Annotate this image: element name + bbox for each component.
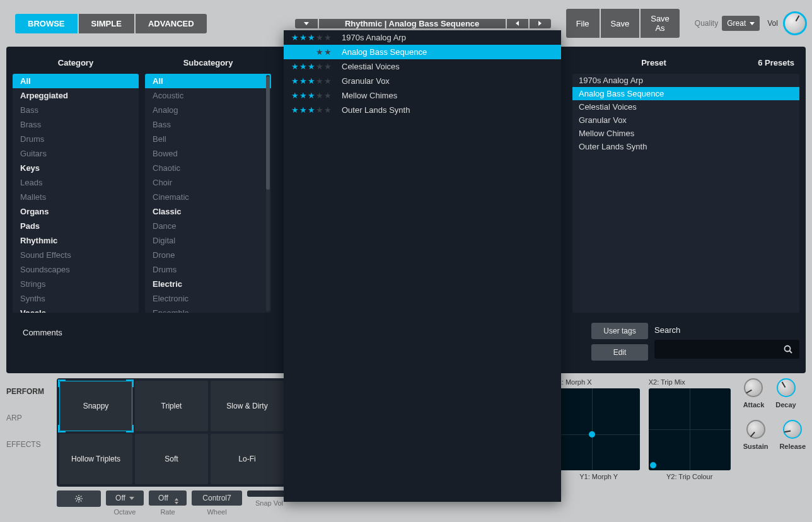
perform-pad[interactable]: Triplet bbox=[135, 381, 208, 431]
category-item[interactable]: Keys bbox=[13, 161, 139, 175]
category-item[interactable]: Leads bbox=[13, 175, 139, 190]
edit-button[interactable]: Edit bbox=[591, 344, 648, 361]
dropdown-item-name: Analog Bass Sequence bbox=[342, 47, 427, 57]
subcategory-item[interactable]: Bell bbox=[145, 132, 271, 146]
subcategory-item[interactable]: Acoustic bbox=[145, 88, 271, 103]
rating-stars[interactable]: ★★★★★ bbox=[291, 91, 332, 100]
perform-pad[interactable]: Snappy bbox=[59, 381, 132, 431]
subcategory-item[interactable]: Bass bbox=[145, 117, 271, 132]
decay-knob[interactable] bbox=[777, 378, 796, 397]
save-button[interactable]: Save bbox=[601, 9, 640, 38]
preset-list: ★★★★★1970s Analog Arp★★★★★Analog Bass Se… bbox=[572, 74, 799, 313]
subcategory-item[interactable]: Chaotic bbox=[145, 161, 271, 175]
arp-tab[interactable]: ARP bbox=[0, 405, 57, 431]
subcategory-item[interactable]: Cinematic bbox=[145, 190, 271, 204]
release-label: Release bbox=[779, 443, 806, 450]
preset-row[interactable]: ★★★★★Analog Bass Sequence bbox=[572, 87, 799, 100]
file-button[interactable]: File bbox=[566, 9, 600, 38]
subcategory-item[interactable]: Classic bbox=[145, 204, 271, 219]
rate-select[interactable]: Off bbox=[149, 490, 187, 506]
star-icon: ★ bbox=[308, 105, 315, 115]
category-item[interactable]: Arpeggiated bbox=[13, 88, 139, 103]
category-item[interactable]: Brass bbox=[13, 117, 139, 132]
preset-row[interactable]: ★★★★★Outer Lands Synth bbox=[572, 140, 799, 153]
category-item[interactable]: Organs bbox=[13, 204, 139, 219]
rating-stars[interactable]: ★★★★★ bbox=[291, 47, 332, 57]
dropdown-item[interactable]: ★★★★★Mellow Chimes bbox=[284, 88, 561, 103]
subcategory-item[interactable]: Bowed bbox=[145, 146, 271, 161]
rating-stars[interactable]: ★★★★★ bbox=[291, 62, 332, 71]
dropdown-item[interactable]: ★★★★★1970s Analog Arp bbox=[284, 30, 561, 45]
quality-value: Great bbox=[727, 19, 746, 28]
category-item[interactable]: All bbox=[13, 74, 139, 88]
subcategory-item[interactable]: Dance bbox=[145, 219, 271, 233]
rating-stars[interactable]: ★★★★★ bbox=[291, 105, 332, 115]
tab-advanced[interactable]: ADVANCED bbox=[136, 14, 207, 33]
subcategory-item[interactable]: Choir bbox=[145, 175, 271, 190]
category-item[interactable]: Soundscapes bbox=[13, 262, 139, 277]
subcategory-item[interactable]: Drone bbox=[145, 248, 271, 262]
preset-next-button[interactable] bbox=[530, 19, 551, 28]
dropdown-item[interactable]: ★★★★★Celestial Voices bbox=[284, 59, 561, 74]
preset-row[interactable]: ★★★★★Celestial Voices bbox=[572, 100, 799, 113]
subcategory-item[interactable]: Ensemble bbox=[145, 306, 271, 313]
rating-stars[interactable]: ★★★★★ bbox=[291, 76, 332, 86]
settings-button[interactable] bbox=[57, 490, 101, 507]
dropdown-item[interactable]: ★★★★★Outer Lands Synth bbox=[284, 103, 561, 117]
star-icon: ★ bbox=[291, 62, 299, 71]
category-item[interactable]: Pads bbox=[13, 219, 139, 233]
tab-simple[interactable]: SIMPLE bbox=[79, 14, 134, 33]
octave-select[interactable]: Off bbox=[106, 490, 144, 506]
scrollbar-thumb[interactable] bbox=[266, 76, 270, 190]
saveas-button[interactable]: Save As bbox=[641, 9, 680, 38]
category-item[interactable]: Bass bbox=[13, 103, 139, 117]
preset-row[interactable]: ★★★★★1970s Analog Arp bbox=[572, 74, 799, 87]
perform-tab[interactable]: PERFORM bbox=[0, 378, 57, 405]
subcategory-item[interactable]: Drums bbox=[145, 262, 271, 277]
wheel-select[interactable]: Control7 bbox=[192, 490, 242, 506]
scrollbar[interactable] bbox=[266, 75, 270, 311]
perform-pad[interactable]: Slow & Dirty bbox=[211, 381, 284, 431]
category-item[interactable]: Synths bbox=[13, 291, 139, 306]
preset-dropdown-toggle[interactable] bbox=[295, 19, 318, 28]
dropdown-item-name: 1970s Analog Arp bbox=[342, 33, 406, 42]
preset-row[interactable]: ★★★★★Granular Vox bbox=[572, 113, 799, 127]
xy-pad-2[interactable] bbox=[649, 388, 731, 470]
preset-count: 6 Presets bbox=[758, 58, 794, 67]
search-input[interactable] bbox=[654, 340, 799, 359]
dropdown-item[interactable]: ★★★★★Granular Vox bbox=[284, 74, 561, 88]
category-item[interactable]: Drums bbox=[13, 132, 139, 146]
release-knob[interactable] bbox=[783, 420, 802, 439]
perform-pad[interactable]: Hollow Triplets bbox=[59, 434, 132, 484]
subcategory-item[interactable]: Analog bbox=[145, 103, 271, 117]
perform-pad[interactable]: Soft bbox=[135, 434, 208, 484]
category-item[interactable]: Rhythmic bbox=[13, 233, 139, 248]
preset-row[interactable]: ★★★★★Mellow Chimes bbox=[572, 127, 799, 140]
category-item[interactable]: Sound Effects bbox=[13, 248, 139, 262]
subcategory-item[interactable]: All bbox=[145, 74, 271, 88]
subcategory-header: Subcategory bbox=[145, 52, 271, 74]
category-item[interactable]: Guitars bbox=[13, 146, 139, 161]
tab-browse[interactable]: BROWSE bbox=[15, 14, 78, 33]
sustain-knob[interactable] bbox=[746, 420, 765, 439]
quality-select[interactable]: Great bbox=[722, 16, 760, 31]
vol-knob[interactable] bbox=[783, 11, 807, 35]
star-icon: ★ bbox=[324, 76, 332, 86]
preset-prev-button[interactable] bbox=[507, 19, 528, 28]
effects-tab[interactable]: EFFECTS bbox=[0, 431, 57, 458]
view-tabs: BROWSE SIMPLE ADVANCED bbox=[15, 14, 207, 33]
quality-label: Quality bbox=[695, 19, 718, 28]
attack-knob[interactable] bbox=[744, 378, 763, 397]
perform-pad[interactable]: Lo-Fi bbox=[211, 434, 284, 484]
star-icon: ★ bbox=[316, 33, 323, 42]
xy-pad-1[interactable] bbox=[558, 388, 640, 470]
dropdown-item[interactable]: ★★★★★Analog Bass Sequence bbox=[284, 45, 561, 59]
category-item[interactable]: Mallets bbox=[13, 190, 139, 204]
subcategory-item[interactable]: Digital bbox=[145, 233, 271, 248]
subcategory-item[interactable]: Electric bbox=[145, 277, 271, 291]
rating-stars[interactable]: ★★★★★ bbox=[291, 33, 332, 42]
category-item[interactable]: Vocals bbox=[13, 306, 139, 313]
user-tags-button[interactable]: User tags bbox=[591, 323, 648, 339]
category-item[interactable]: Strings bbox=[13, 277, 139, 291]
subcategory-item[interactable]: Electronic bbox=[145, 291, 271, 306]
